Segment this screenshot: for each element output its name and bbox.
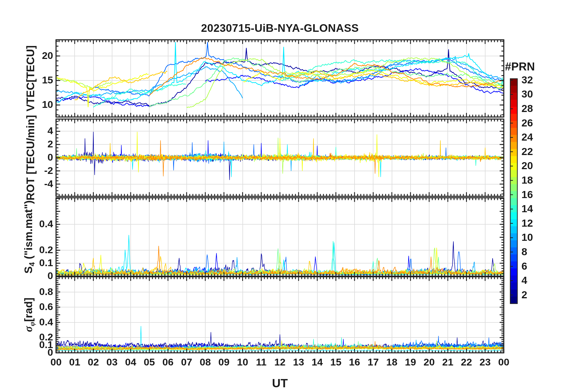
figure: 20230715-UiB-NYA-GLONASS VTEC[TECU] ROT … — [0, 0, 561, 392]
panel-sigmaphi — [56, 277, 504, 353]
panel-vtec — [56, 40, 504, 117]
panel-s4 — [56, 198, 504, 276]
panel-rot — [56, 119, 504, 196]
